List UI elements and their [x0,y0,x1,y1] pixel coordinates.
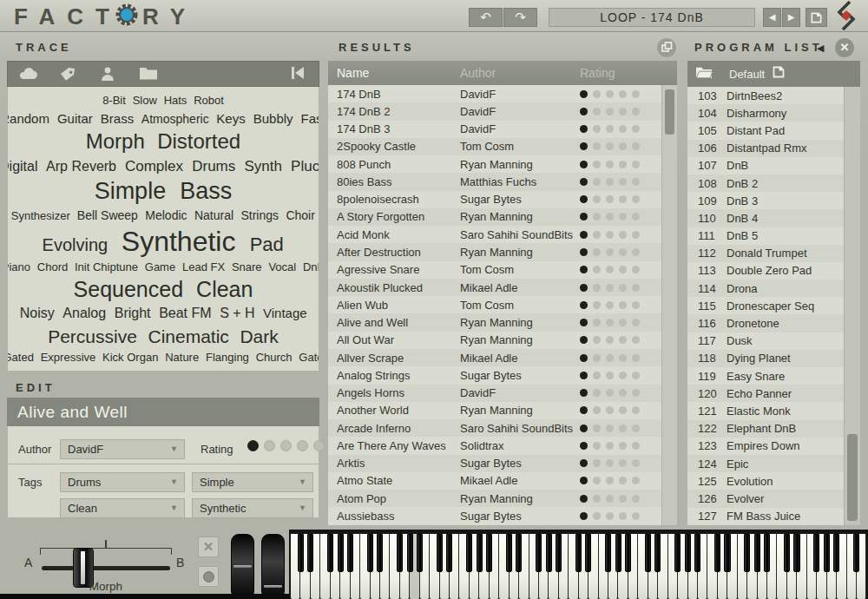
rating-dot[interactable] [593,459,601,467]
tag-cloud-word[interactable]: Vocal [268,261,296,273]
tag-cloud-word[interactable]: Synthetic [122,227,236,255]
table-row[interactable]: 174 DnBDavidF [328,85,677,102]
tag-cloud-word[interactable]: Morph [86,131,145,152]
black-key[interactable] [853,534,859,572]
cloud-icon[interactable] [18,65,37,82]
clear-trace-button[interactable]: ✕ [198,536,219,557]
rating-dot[interactable] [593,495,601,503]
tag-cloud-word[interactable]: 8-Bit [102,95,126,106]
tag-cloud-word[interactable]: Melodic [145,209,187,221]
tag-cloud-word[interactable]: Cinematic [148,327,228,346]
rating-dot[interactable] [593,477,601,484]
rating-dot[interactable] [593,213,601,221]
tag-cloud-word[interactable]: Keys [216,112,245,125]
rating-dot[interactable] [580,354,588,362]
rating-dot[interactable] [632,406,640,414]
preset-display[interactable]: LOOP - 174 DnB [549,8,755,27]
rating-dot[interactable] [606,319,614,326]
tag-cloud-word[interactable]: Pad [250,235,284,254]
program-list-scrollbar[interactable] [844,87,860,525]
black-key[interactable] [546,534,552,572]
results-scrollbar[interactable] [661,85,677,525]
rating-dot[interactable] [632,512,640,520]
table-row[interactable]: Agressive SnareTom Cosm [328,261,677,279]
black-key[interactable] [367,534,373,572]
rating-dot[interactable] [580,389,588,397]
rating-dot[interactable] [580,142,588,150]
rating-dot[interactable] [632,248,640,256]
prev-preset-button[interactable]: ◀ [763,8,781,27]
column-header-name[interactable]: Name [328,66,460,80]
tag-cloud-word[interactable]: Init Chiptune [75,261,138,273]
table-row[interactable]: Acid MonkSaro Sahihi SoundBits [328,226,677,243]
black-key[interactable] [784,534,790,572]
black-key[interactable] [585,534,591,572]
tag-cloud-word[interactable]: Evolving [43,236,108,253]
tag-cloud-word[interactable]: Game [145,261,175,273]
black-key[interactable] [477,534,483,572]
rating-dot[interactable] [593,372,601,379]
rating-dot[interactable] [632,389,640,397]
rating-dot[interactable] [632,142,640,150]
tag-cloud-word[interactable]: S + H [220,306,254,320]
black-key[interactable] [685,534,691,572]
black-key[interactable] [824,534,830,572]
rating-dot[interactable] [632,231,640,239]
program-list-item[interactable]: 119Easy Snare [687,367,845,385]
rating-dot[interactable] [619,266,627,273]
program-list-item[interactable]: 121Elastic Monk [687,402,845,419]
rating-dot[interactable] [580,301,588,309]
tag-cloud-word[interactable]: Digital [7,160,38,174]
rating-dot[interactable] [264,440,275,451]
program-list-collapse-icon[interactable]: ◀ [817,43,824,54]
table-row[interactable]: Alien WubTom Cosm [328,296,677,313]
black-key[interactable] [307,534,313,572]
rating-dot[interactable] [580,125,588,133]
save-bank-icon[interactable] [772,65,791,82]
black-key[interactable] [813,534,819,572]
tag-cloud-word[interactable]: Kick Organ [102,352,158,363]
rating-dot[interactable] [619,284,627,292]
rating-dot[interactable] [619,142,627,150]
tag-cloud-word[interactable]: Sequenced [74,279,184,300]
rating-dot[interactable] [580,266,588,273]
tag-cloud-word[interactable]: Percussive [48,327,137,346]
program-list-item[interactable]: 113Double Zero Pad [687,262,845,280]
morph-slider-track[interactable] [42,566,170,570]
rating-dot[interactable] [606,178,614,186]
rating-dot[interactable] [593,284,601,292]
tag-icon[interactable] [58,65,77,82]
rating-dot[interactable] [606,406,614,414]
tag-cloud-word[interactable]: Noisy [20,306,55,320]
rating-dot[interactable] [606,213,614,221]
table-row[interactable]: Atom PopRyan Manning [328,490,677,507]
table-row[interactable]: 80ies BassMatthias Fuchs [328,173,677,190]
rating-dot[interactable] [632,90,640,98]
column-header-rating[interactable]: Rating [580,66,615,80]
black-key[interactable] [575,534,582,572]
rating-dot[interactable] [606,248,614,256]
rating-dot[interactable] [580,495,588,503]
rating-dot[interactable] [580,178,588,186]
rating-dot[interactable] [619,425,627,432]
tag-cloud-word[interactable]: Bass [180,180,232,203]
black-key[interactable] [536,534,542,572]
rating-dot[interactable] [593,319,601,326]
black-key[interactable] [486,534,492,572]
rating-dot[interactable] [632,459,640,467]
rating-dot[interactable] [632,195,640,203]
tag-cloud-word[interactable]: Synthesizer [11,210,70,221]
rating-dot[interactable] [606,477,614,484]
rating-dot[interactable] [606,495,614,503]
column-header-author[interactable]: Author [460,66,580,80]
rating-dot[interactable] [580,512,588,520]
program-list-item[interactable]: 105Distant Pad [687,122,845,139]
table-row[interactable]: Akoustik PluckedMikael Adle [328,279,677,296]
black-key[interactable] [744,534,750,572]
rating-dot[interactable] [619,512,627,520]
tag-cloud-word[interactable]: Vintage [263,306,307,319]
copy-results-button[interactable] [657,38,676,57]
black-key[interactable] [298,534,304,572]
tag-cloud-word[interactable]: Expressive [41,352,96,363]
program-list-item[interactable]: 118Dying Planet [687,350,845,367]
